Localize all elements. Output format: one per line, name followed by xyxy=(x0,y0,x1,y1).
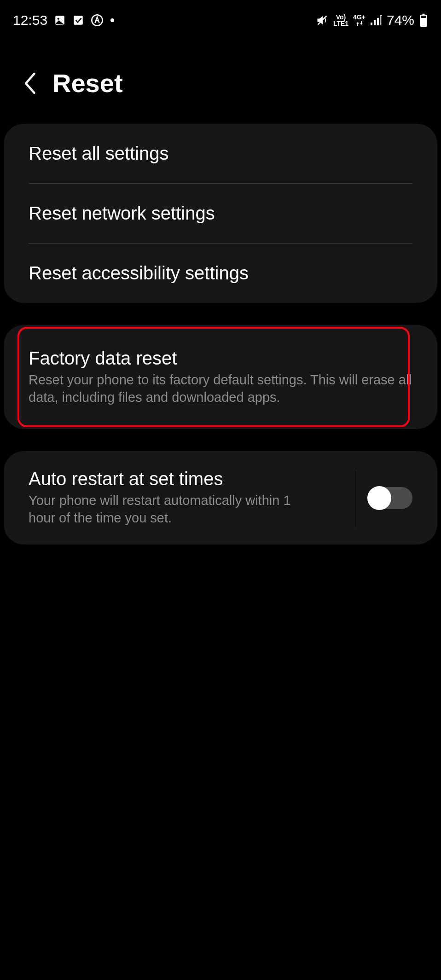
auto-restart-row[interactable]: Auto restart at set times Your phone wil… xyxy=(29,469,351,527)
app-header: Reset xyxy=(0,32,441,124)
circle-a-icon xyxy=(91,14,104,27)
network-indicator: 4G+ xyxy=(353,14,366,27)
svg-rect-2 xyxy=(74,16,83,25)
svg-point-1 xyxy=(58,18,59,20)
status-bar: 12:53 Vo) LTE1 4G+ 74% xyxy=(0,0,441,32)
svg-rect-8 xyxy=(377,18,379,25)
svg-rect-7 xyxy=(374,20,376,25)
mute-icon xyxy=(316,14,329,27)
auto-restart-label: Auto restart at set times xyxy=(29,469,351,489)
reset-options-group: Reset all settings Reset network setting… xyxy=(4,124,437,303)
auto-restart-group: Auto restart at set times Your phone wil… xyxy=(4,451,437,544)
reset-accessibility-settings-row[interactable]: Reset accessibility settings xyxy=(4,244,437,303)
reset-network-settings-label: Reset network settings xyxy=(29,203,412,224)
svg-rect-6 xyxy=(371,23,372,25)
svg-point-4 xyxy=(110,18,114,22)
factory-reset-group: Factory data reset Reset your phone to i… xyxy=(4,325,437,429)
reset-all-settings-row[interactable]: Reset all settings xyxy=(4,124,437,183)
back-button[interactable] xyxy=(19,73,40,93)
battery-icon xyxy=(419,13,428,27)
gallery-icon xyxy=(54,14,66,26)
volte-indicator: Vo) LTE1 xyxy=(333,14,348,27)
auto-restart-toggle[interactable] xyxy=(368,487,412,509)
signal-icon xyxy=(370,15,382,25)
checkbox-icon xyxy=(72,14,84,26)
dot-icon xyxy=(110,18,115,23)
battery-percent: 74% xyxy=(387,12,414,28)
divider xyxy=(356,469,356,527)
toggle-knob xyxy=(367,486,391,510)
reset-accessibility-settings-label: Reset accessibility settings xyxy=(29,263,412,284)
page-title: Reset xyxy=(52,68,123,98)
svg-rect-12 xyxy=(421,18,426,26)
factory-data-reset-label: Factory data reset xyxy=(29,348,412,369)
svg-rect-9 xyxy=(380,16,382,25)
reset-all-settings-label: Reset all settings xyxy=(29,143,412,164)
svg-rect-11 xyxy=(423,14,425,15)
factory-data-reset-row[interactable]: Factory data reset Reset your phone to i… xyxy=(4,325,437,429)
factory-data-reset-desc: Reset your phone to its factory default … xyxy=(29,371,412,406)
auto-restart-desc: Your phone will restart automatically wi… xyxy=(29,492,314,527)
reset-network-settings-row[interactable]: Reset network settings xyxy=(4,184,437,243)
status-time: 12:53 xyxy=(13,12,47,28)
